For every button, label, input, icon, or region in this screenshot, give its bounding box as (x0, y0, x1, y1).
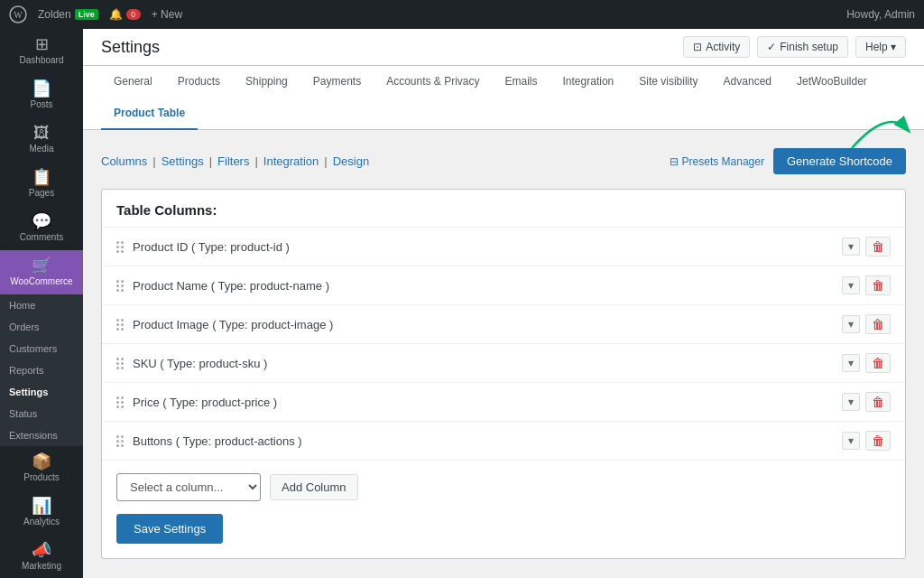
presets-manager-button[interactable]: ⊟ Presets Manager (670, 155, 764, 168)
svg-text:W: W (14, 10, 23, 20)
sidebar-item-pages[interactable]: 📋 Pages (0, 162, 83, 206)
column-expand-button[interactable]: ▾ (842, 354, 860, 372)
tab-integration[interactable]: Integration (550, 66, 627, 98)
column-delete-button[interactable]: 🗑 (865, 353, 891, 373)
sidebar-item-woocommerce[interactable]: 🛒 WooCommerce (0, 250, 83, 294)
sidebar: ⊞ Dashboard 📄 Posts 🖼 Media 📋 Pages 💬 Co… (0, 29, 83, 578)
subnav-columns[interactable]: Columns (101, 154, 147, 168)
admin-bar: W Zolden Live 🔔 0 + New Howdy, Admin (0, 0, 924, 29)
table-columns-title: Table Columns: (102, 190, 905, 228)
tab-site-visibility[interactable]: Site visibility (626, 66, 710, 98)
header-actions: ⊡ Activity ✓ Finish setup Help ▾ (683, 36, 906, 58)
sidebar-item-products[interactable]: 📦 Products (0, 446, 83, 490)
table-row[interactable]: Product Name ( Type: product-name ) ▾ 🗑 (102, 266, 905, 305)
sidebar-label-posts: Posts (30, 99, 52, 110)
sidebar-label-dashboard: Dashboard (20, 55, 64, 66)
subnav-design[interactable]: Design (333, 154, 369, 168)
column-delete-button[interactable]: 🗑 (865, 314, 891, 334)
subnav-settings[interactable]: Settings (162, 154, 204, 168)
table-row[interactable]: Price ( Type: product-price ) ▾ 🗑 (102, 383, 905, 422)
analytics-icon: 📊 (32, 498, 51, 514)
column-expand-button[interactable]: ▾ (842, 276, 860, 294)
column-expand-button[interactable]: ▾ (842, 432, 860, 450)
drag-handle[interactable] (116, 358, 124, 369)
column-actions: ▾ 🗑 (842, 431, 891, 451)
wp-logo-icon: W (9, 5, 27, 23)
sidebar-item-analytics[interactable]: 📊 Analytics (0, 490, 83, 535)
drag-handle[interactable] (116, 241, 124, 253)
column-delete-button[interactable]: 🗑 (865, 431, 891, 451)
column-delete-button[interactable]: 🗑 (865, 392, 891, 412)
notif-icon: 🔔 (109, 8, 123, 21)
add-column-select[interactable]: Select a column... (116, 473, 261, 501)
drag-handle[interactable] (116, 396, 124, 408)
tab-jetwoobuilder[interactable]: JetWooBuilder (784, 66, 880, 98)
woo-subitem-customers[interactable]: Customers (0, 338, 83, 359)
notif-count: 0 (126, 9, 141, 20)
sidebar-item-marketing[interactable]: 📣 Marketing (0, 535, 83, 578)
finish-setup-button[interactable]: ✓ Finish setup (757, 36, 848, 58)
site-name: Zolden (38, 8, 71, 21)
column-delete-button[interactable]: 🗑 (865, 275, 891, 295)
add-column-button[interactable]: Add Column (270, 474, 358, 500)
table-row[interactable]: Product ID ( Type: product-id ) ▾ 🗑 (102, 228, 905, 266)
sidebar-label-analytics: Analytics (23, 517, 60, 527)
content-area: Settings ⊡ Activity ✓ Finish setup Help … (83, 29, 924, 578)
table-row[interactable]: Buttons ( Type: product-actions ) ▾ 🗑 (102, 422, 905, 461)
finish-setup-label: Finish setup (780, 41, 838, 53)
tab-product-table[interactable]: Product Table (101, 98, 198, 130)
woo-subitem-status[interactable]: Status (0, 403, 83, 424)
activity-button[interactable]: ⊡ Activity (683, 36, 750, 58)
woo-subitem-reports[interactable]: Reports (0, 359, 83, 381)
dashboard-icon: ⊞ (35, 36, 49, 52)
sidebar-item-dashboard[interactable]: ⊞ Dashboard (0, 29, 83, 73)
tab-advanced[interactable]: Advanced (711, 66, 784, 98)
products-icon: 📦 (32, 453, 51, 470)
settings-tabs: General Products Shipping Payments Accou… (83, 66, 924, 130)
sidebar-item-posts[interactable]: 📄 Posts (0, 73, 83, 117)
column-name: Product Name ( Type: product-name ) (133, 279, 842, 293)
wp-logo-item[interactable]: W (9, 5, 27, 23)
column-expand-button[interactable]: ▾ (842, 315, 860, 333)
woo-subitem-home[interactable]: Home (0, 294, 83, 316)
column-expand-button[interactable]: ▾ (842, 393, 860, 411)
table-row[interactable]: Product Image ( Type: product-image ) ▾ … (102, 305, 905, 344)
column-delete-button[interactable]: 🗑 (865, 237, 891, 256)
column-expand-button[interactable]: ▾ (842, 238, 860, 256)
tab-shipping[interactable]: Shipping (233, 66, 300, 98)
site-name-item[interactable]: Zolden Live (38, 8, 98, 21)
table-row[interactable]: SKU ( Type: product-sku ) ▾ 🗑 (102, 344, 905, 383)
subnav-integration[interactable]: Integration (263, 154, 319, 168)
woo-subitem-settings[interactable]: Settings (0, 381, 83, 403)
subnav-filters[interactable]: Filters (217, 154, 249, 168)
new-content-item[interactable]: + New (152, 8, 182, 21)
marketing-icon: 📣 (32, 542, 51, 558)
column-actions: ▾ 🗑 (842, 314, 891, 334)
tab-emails[interactable]: Emails (493, 66, 550, 98)
posts-icon: 📄 (32, 80, 51, 97)
tab-accounts[interactable]: Accounts & Privacy (374, 66, 492, 98)
drag-handle[interactable] (116, 435, 124, 447)
save-settings-button[interactable]: Save Settings (116, 514, 223, 544)
tab-general[interactable]: General (101, 66, 165, 98)
generate-shortcode-button[interactable]: Generate Shortcode (773, 148, 906, 174)
tab-products[interactable]: Products (165, 66, 233, 98)
admin-bar-left: W Zolden Live 🔔 0 + New (9, 5, 182, 23)
save-label: Save Settings (134, 522, 206, 536)
settings-content: Columns | Settings | Filters | Integrati… (83, 130, 924, 578)
tab-payments[interactable]: Payments (300, 66, 374, 98)
sidebar-item-comments[interactable]: 💬 Comments (0, 206, 83, 250)
woo-subitem-extensions[interactable]: Extensions (0, 424, 83, 446)
table-columns-section: Table Columns: Product ID ( Type: produc… (101, 189, 906, 559)
help-button[interactable]: Help ▾ (855, 36, 906, 58)
notifications-item[interactable]: 🔔 0 (109, 8, 141, 21)
woo-subitem-orders[interactable]: Orders (0, 316, 83, 338)
column-name: Buttons ( Type: product-actions ) (133, 434, 842, 448)
sidebar-item-media[interactable]: 🖼 Media (0, 117, 83, 162)
presets-icon: ⊟ (670, 155, 679, 168)
drag-handle[interactable] (116, 280, 124, 292)
drag-handle[interactable] (116, 319, 124, 331)
sub-nav-links: Columns | Settings | Filters | Integrati… (101, 154, 369, 168)
main-layout: ⊞ Dashboard 📄 Posts 🖼 Media 📋 Pages 💬 Co… (0, 29, 924, 578)
activity-icon: ⊡ (693, 41, 702, 53)
